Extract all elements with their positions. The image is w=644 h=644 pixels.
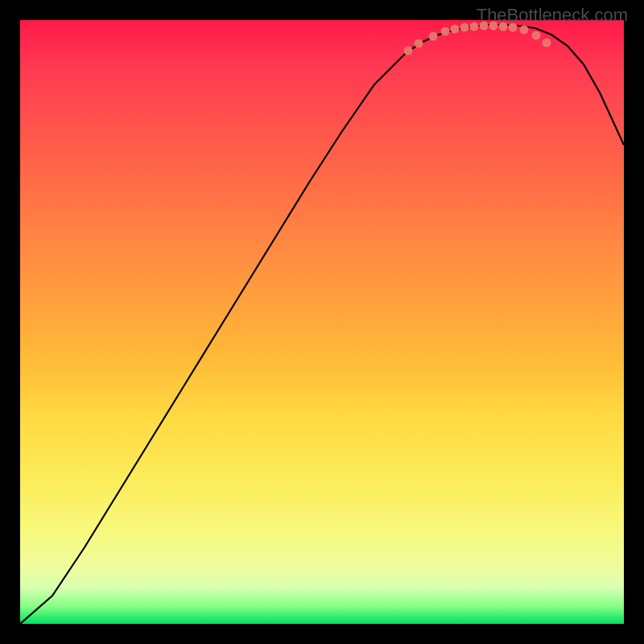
marker-dot bbox=[543, 39, 551, 47]
marker-dot bbox=[532, 31, 541, 40]
plot-area bbox=[20, 20, 624, 624]
chart-svg bbox=[20, 20, 624, 624]
watermark-text: TheBottleneck.com bbox=[477, 5, 628, 26]
marker-dot bbox=[415, 39, 423, 48]
marker-dot bbox=[460, 23, 469, 32]
marker-dot bbox=[441, 27, 450, 36]
marker-dot bbox=[404, 47, 413, 56]
marker-dot bbox=[520, 26, 529, 35]
marker-dot bbox=[451, 25, 460, 34]
bottleneck-curve-line bbox=[20, 25, 624, 624]
marker-dot bbox=[429, 32, 438, 41]
